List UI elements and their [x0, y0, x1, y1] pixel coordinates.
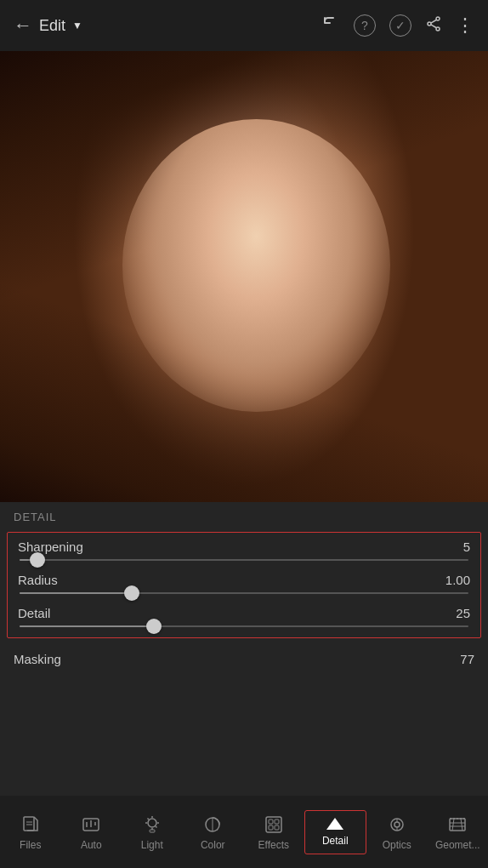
svg-point-12 [148, 819, 156, 827]
radius-thumb[interactable] [124, 585, 139, 601]
radius-row: Radius 1.00 [18, 573, 470, 594]
sharpening-label: Sharpening [18, 540, 83, 554]
svg-point-2 [428, 22, 431, 26]
geometry-icon [446, 814, 468, 836]
files-icon [20, 814, 42, 836]
svg-line-18 [156, 826, 157, 828]
undo-button[interactable] [321, 14, 340, 37]
svg-point-1 [436, 27, 440, 31]
nav-item-color[interactable]: Color [183, 807, 244, 858]
nav-item-light[interactable]: Light [122, 807, 183, 858]
radius-value: 1.00 [445, 573, 470, 587]
share-button[interactable] [425, 15, 442, 37]
svg-line-32 [452, 819, 454, 831]
nav-item-files[interactable]: Files [0, 807, 61, 858]
svg-line-4 [431, 25, 436, 28]
detail-thumb[interactable] [146, 619, 162, 634]
photo-area [0, 51, 488, 502]
svg-rect-31 [450, 819, 465, 831]
svg-rect-26 [275, 825, 279, 830]
nav-label-color: Color [201, 839, 225, 851]
effects-icon [263, 814, 285, 836]
detail-value: 25 [456, 606, 470, 620]
nav-item-effects[interactable]: Effects [243, 807, 304, 858]
radius-slider[interactable] [20, 592, 468, 594]
edit-title: Edit [39, 17, 65, 35]
nav-label-auto: Auto [81, 839, 102, 851]
svg-rect-23 [269, 819, 273, 824]
nav-label-light: Light [141, 839, 163, 851]
nav-item-geometry[interactable]: Geomet... [428, 807, 489, 858]
svg-point-0 [436, 17, 440, 20]
nav-label-optics: Optics [383, 839, 411, 851]
more-button[interactable]: ⋮ [456, 14, 474, 37]
detail-slider[interactable] [20, 625, 468, 627]
nav-label-geometry: Geomet... [435, 839, 480, 851]
svg-point-28 [394, 822, 400, 827]
svg-line-17 [147, 818, 149, 819]
detail-section-label: DETAIL [0, 502, 488, 528]
detail-label-text: Detail [18, 606, 50, 620]
nav-item-auto[interactable]: Auto [61, 807, 122, 858]
sharpening-header: Sharpening 5 [18, 540, 470, 554]
confirm-button[interactable]: ✓ [389, 14, 411, 37]
sharpening-value: 5 [463, 540, 470, 554]
detail-header: Detail 25 [18, 606, 470, 620]
sharpening-thumb[interactable] [30, 552, 45, 568]
header-left: ← Edit ▼ [14, 14, 82, 37]
detail-row: Detail 25 [18, 606, 470, 627]
svg-rect-22 [266, 817, 281, 832]
svg-rect-25 [269, 825, 273, 830]
photo-image [0, 51, 488, 502]
svg-rect-19 [150, 830, 155, 832]
header-right: ? ✓ ⋮ [321, 14, 474, 37]
sharpening-row: Sharpening 5 [18, 540, 470, 561]
help-button[interactable]: ? [354, 14, 376, 37]
svg-line-33 [461, 819, 462, 831]
masking-value: 77 [460, 652, 474, 666]
masking-label: Masking [14, 652, 61, 666]
back-button[interactable]: ← [14, 14, 32, 37]
detail-triangle-icon [326, 818, 343, 830]
nav-item-detail[interactable]: Detail [304, 810, 367, 854]
detail-fill [20, 625, 154, 627]
color-icon [201, 814, 224, 836]
nav-label-effects: Effects [258, 839, 289, 851]
nav-label-detail: Detail [322, 835, 349, 847]
light-icon [141, 814, 163, 836]
radius-label: Radius [18, 573, 58, 587]
svg-rect-5 [24, 817, 34, 831]
masking-row: Masking 77 [0, 642, 488, 673]
optics-icon [386, 814, 408, 836]
edit-dropdown-arrow[interactable]: ▼ [72, 20, 82, 31]
bottom-nav: Files Auto Light Color [0, 796, 488, 868]
auto-icon [80, 814, 102, 836]
sliders-section: Sharpening 5 Radius 1.00 Detail 25 [7, 532, 481, 638]
svg-rect-24 [275, 819, 279, 824]
svg-line-3 [431, 20, 436, 23]
sharpening-slider[interactable] [20, 559, 468, 561]
nav-label-files: Files [20, 839, 41, 851]
header: ← Edit ▼ ? ✓ ⋮ [0, 0, 488, 51]
nav-item-optics[interactable]: Optics [366, 807, 428, 858]
radius-fill [20, 592, 132, 594]
radius-header: Radius 1.00 [18, 573, 470, 587]
